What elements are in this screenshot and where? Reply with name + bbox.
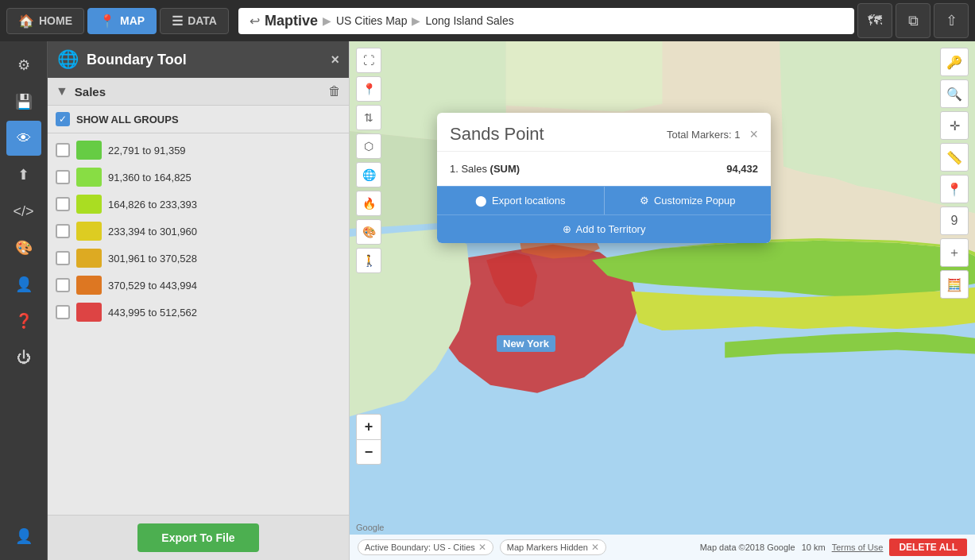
main-area: ⚙ 💾 👁 ⬆ </> 🎨 👤 ❓ ⏻ 👤 🌐 Boundary Tool × … — [0, 41, 975, 560]
popup-close-button[interactable]: × — [749, 126, 758, 143]
range-checkbox-1[interactable] — [56, 170, 70, 184]
sales-row-label: 1. Sales (SUM) — [450, 163, 520, 175]
panel-footer: Export To File — [48, 515, 349, 560]
upload-icon-btn[interactable]: ⬆ — [6, 157, 41, 192]
map-overview-button[interactable]: 🗺 — [857, 3, 892, 38]
range-row: 301,961 to 370,528 — [48, 245, 349, 272]
show-all-label: SHOW ALL GROUPS — [76, 114, 179, 126]
globe-tool[interactable]: 🌐 — [356, 162, 381, 187]
range-checkbox-3[interactable] — [56, 224, 70, 238]
right-tools: 🔑 🔍 ✛ 📏 📍 9 ＋ 🧮 — [940, 48, 969, 299]
add-territory-button[interactable]: ⊕ Add to Territory — [437, 215, 771, 243]
map-bottom-left: Active Boundary: US - Cities ✕ Map Marke… — [358, 539, 606, 555]
breadcrumb-sep1: ▶ — [323, 14, 331, 27]
range-checkbox-6[interactable] — [56, 305, 70, 319]
home-button[interactable]: 🏠 HOME — [6, 8, 84, 34]
ranges-list: 22,791 to 91,35991,360 to 164,825164,826… — [48, 133, 349, 515]
top-nav: 🏠 HOME 📍 MAP ☰ DATA ↩ Maptive ▶ US Citie… — [0, 0, 975, 41]
measure-icon[interactable]: 📏 — [940, 143, 969, 172]
total-markers-label: Total Markers: — [667, 129, 732, 141]
number-icon[interactable]: 9 — [940, 207, 969, 235]
customize-popup-button[interactable]: ⚙ Customize Popup — [605, 187, 772, 214]
person-tool[interactable]: 🚶 — [356, 248, 381, 273]
popup-body: 1. Sales (SUM) 94,432 — [437, 152, 771, 186]
top-right-icons: 🗺 ⧉ ⇧ — [857, 3, 969, 38]
map-button[interactable]: 📍 MAP — [87, 8, 157, 34]
map-data-attribution: Map data ©2018 Google — [700, 543, 795, 552]
range-checkbox-2[interactable] — [56, 197, 70, 211]
map-bottom-bar: Active Boundary: US - Cities ✕ Map Marke… — [350, 535, 975, 560]
settings-icon-btn[interactable]: ⚙ — [6, 48, 41, 83]
panel-close-button[interactable]: × — [331, 52, 339, 68]
export-icon: ⬤ — [475, 195, 487, 207]
expand-tool[interactable]: ⛶ — [356, 48, 381, 73]
customize-icon: ⚙ — [640, 195, 649, 207]
active-boundary-badge: Active Boundary: US - Cities ✕ — [358, 539, 493, 555]
export-locations-button[interactable]: ⬤ Export locations — [437, 187, 604, 214]
delete-all-button[interactable]: DELETE ALL — [889, 539, 967, 556]
range-label-4: 301,961 to 370,528 — [108, 253, 197, 265]
breadcrumb-item1[interactable]: US Cities Map — [336, 14, 407, 27]
sharing-button[interactable]: ⇧ — [934, 3, 969, 38]
home-icon: 🏠 — [18, 14, 34, 29]
add-icon[interactable]: ＋ — [940, 238, 969, 267]
save-icon-btn[interactable]: 💾 — [6, 84, 41, 119]
data-button[interactable]: ☰ DATA — [160, 8, 229, 34]
delete-group-icon[interactable]: 🗑 — [328, 84, 341, 98]
breadcrumb-item2[interactable]: Long Island Sales — [425, 14, 513, 27]
range-label-3: 233,394 to 301,960 — [108, 226, 197, 238]
locate-icon[interactable]: 📍 — [940, 175, 969, 203]
home-label: HOME — [39, 14, 72, 27]
code-icon-btn[interactable]: </> — [6, 194, 41, 229]
range-checkbox-4[interactable] — [56, 251, 70, 265]
range-color-swatch-5 — [76, 276, 102, 295]
export-to-file-button[interactable]: Export To File — [137, 523, 258, 552]
range-row: 370,529 to 443,994 — [48, 272, 349, 299]
range-label-1: 91,360 to 164,825 — [108, 172, 192, 183]
export-locations-label: Export locations — [492, 195, 566, 207]
map-tools-left: ⛶ 📍 ⇅ ⬡ 🌐 🔥 🎨 🚶 — [356, 48, 381, 273]
popup-total-markers: Total Markers: 1 — [667, 129, 741, 141]
range-color-swatch-6 — [76, 303, 102, 322]
route-tool[interactable]: ⇅ — [356, 105, 381, 130]
range-checkbox-5[interactable] — [56, 278, 70, 292]
view-icon-btn[interactable]: 👁 — [6, 121, 41, 156]
zoom-fit-icon[interactable]: ✛ — [940, 111, 969, 140]
map-area[interactable]: ⛶ 📍 ⇅ ⬡ 🌐 🔥 🎨 🚶 🔑 🔍 ✛ 📏 📍 9 ＋ 🧮 + − New … — [350, 41, 975, 560]
breadcrumb: ↩ Maptive ▶ US Cities Map ▶ Long Island … — [238, 8, 854, 34]
zoom-in-button[interactable]: + — [356, 414, 381, 439]
globe-icon: 🌐 — [57, 49, 79, 70]
user-icon-btn[interactable]: 👤 — [6, 267, 41, 302]
chart-tool[interactable]: 🎨 — [356, 219, 381, 245]
shape-tool[interactable]: ⬡ — [356, 133, 381, 159]
active-boundary-close[interactable]: ✕ — [478, 542, 486, 553]
filter-icon[interactable]: ▼ — [56, 84, 68, 98]
show-all-checkbox[interactable] — [56, 112, 70, 126]
range-checkbox-0[interactable] — [56, 143, 70, 157]
panel-subheader: ▼ Sales 🗑 — [48, 78, 349, 106]
pin-tool[interactable]: 📍 — [356, 76, 381, 102]
sales-row-value: 94,432 — [726, 163, 758, 175]
fire-tool[interactable]: 🔥 — [356, 191, 381, 216]
app-logo: Maptive — [265, 13, 318, 29]
popup-title: Sands Point — [450, 124, 667, 145]
range-row: 91,360 to 164,825 — [48, 164, 349, 191]
undo-button[interactable]: ↩ — [250, 14, 260, 29]
terms-of-use-link[interactable]: Terms of Use — [832, 543, 884, 552]
zoom-controls: + − — [356, 414, 381, 465]
zoom-in-icon[interactable]: 🔍 — [940, 79, 969, 108]
palette-icon-btn[interactable]: 🎨 — [6, 230, 41, 265]
account-icon-btn[interactable]: 👤 — [6, 519, 41, 554]
boundary-tool-panel: 🌐 Boundary Tool × ▼ Sales 🗑 SHOW ALL GRO… — [48, 41, 350, 560]
range-color-swatch-4 — [76, 249, 102, 268]
calculator-icon[interactable]: 🧮 — [940, 270, 969, 299]
zoom-out-button[interactable]: − — [356, 439, 381, 465]
help-icon-btn[interactable]: ❓ — [6, 303, 41, 338]
total-markers-value: 1 — [734, 129, 740, 141]
search-location-icon[interactable]: 🔑 — [940, 48, 969, 76]
power-icon-btn[interactable]: ⏻ — [6, 340, 41, 375]
markers-hidden-close[interactable]: ✕ — [591, 542, 599, 553]
google-logo: Google — [356, 523, 384, 532]
breadcrumb-sep2: ▶ — [412, 14, 420, 27]
layers-button[interactable]: ⧉ — [896, 3, 931, 38]
